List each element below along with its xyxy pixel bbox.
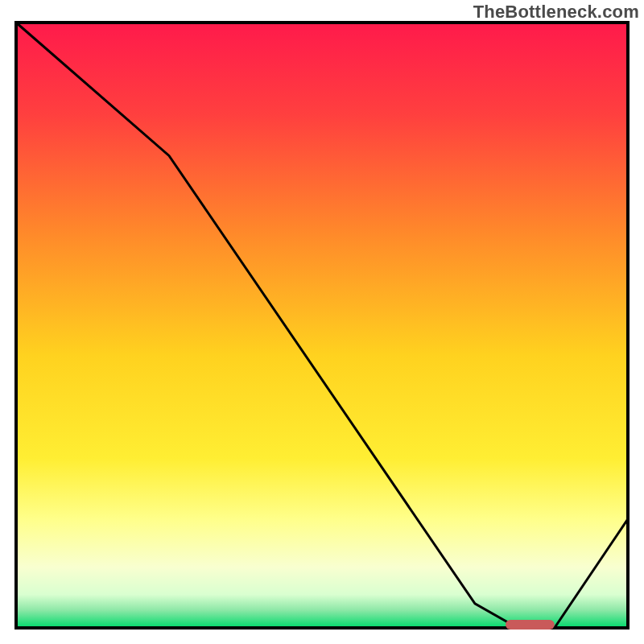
- bottleneck-chart: [0, 0, 644, 644]
- plot-background: [16, 23, 628, 628]
- chart-container: TheBottleneck.com: [0, 0, 644, 644]
- optimal-marker: [506, 620, 555, 630]
- watermark-text: TheBottleneck.com: [473, 2, 639, 23]
